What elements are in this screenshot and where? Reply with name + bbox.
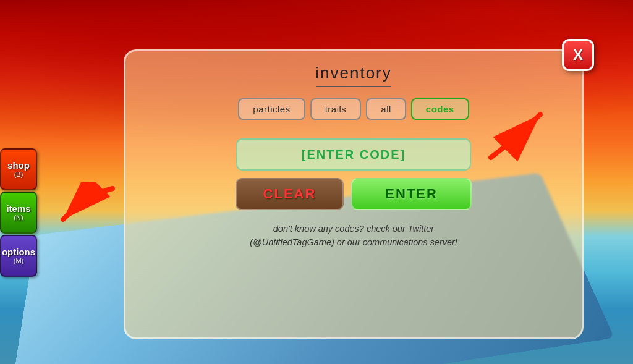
tab-all[interactable]: all xyxy=(366,98,406,120)
items-button[interactable]: items (N) xyxy=(0,192,37,234)
left-arrow xyxy=(38,182,119,232)
shop-sublabel: (B) xyxy=(14,171,23,178)
close-label: X xyxy=(573,46,583,64)
title-underline xyxy=(316,86,391,87)
code-input[interactable]: [ENTER CODE] xyxy=(236,138,471,171)
shop-label: shop xyxy=(7,161,30,171)
items-sublabel: (N) xyxy=(14,214,23,221)
sidebar: shop (B) items (N) options (M) xyxy=(0,148,37,277)
code-input-placeholder: [ENTER CODE] xyxy=(302,148,406,162)
shop-button[interactable]: shop (B) xyxy=(0,148,37,190)
tab-codes[interactable]: codes xyxy=(411,98,469,120)
enter-button[interactable]: ENTER xyxy=(351,178,472,210)
clear-button[interactable]: CLEAR xyxy=(236,178,344,210)
modal-title: inventory xyxy=(144,64,563,83)
options-sublabel: (M) xyxy=(14,257,24,265)
tab-trails[interactable]: trails xyxy=(310,98,362,120)
inventory-modal: X inventory particles trails all codes [… xyxy=(124,49,584,339)
items-label: items xyxy=(6,204,30,214)
right-arrow xyxy=(472,102,559,164)
action-buttons: CLEAR ENTER xyxy=(236,178,472,210)
options-label: options xyxy=(2,247,35,258)
options-button[interactable]: options (M) xyxy=(0,235,37,277)
tab-particles[interactable]: particles xyxy=(238,98,305,120)
footer-text: don't know any codes? check our Twitter(… xyxy=(144,222,563,250)
close-button[interactable]: X xyxy=(562,39,594,71)
